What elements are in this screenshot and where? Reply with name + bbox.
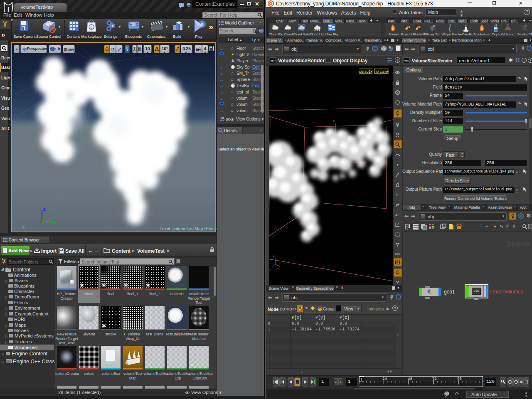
svg-text:96: 96: [457, 377, 462, 381]
svg-text:72: 72: [432, 377, 437, 381]
svg-text:Y: Y: [54, 221, 56, 225]
svg-text:i: i: [219, 129, 220, 132]
svg-text:y: y: [333, 119, 335, 123]
svg-text:z: z: [269, 268, 271, 272]
svg-text:y: y: [273, 254, 274, 258]
svg-text:24: 24: [382, 377, 387, 381]
svg-text:abc: abc: [395, 252, 400, 256]
svg-text:12: 12: [395, 193, 399, 197]
svg-text:42: 42: [395, 213, 399, 217]
svg-text:48: 48: [408, 377, 412, 381]
svg-text:u: u: [90, 25, 93, 30]
svg-text:Z: Z: [43, 207, 46, 212]
svg-text:x: x: [276, 267, 278, 271]
